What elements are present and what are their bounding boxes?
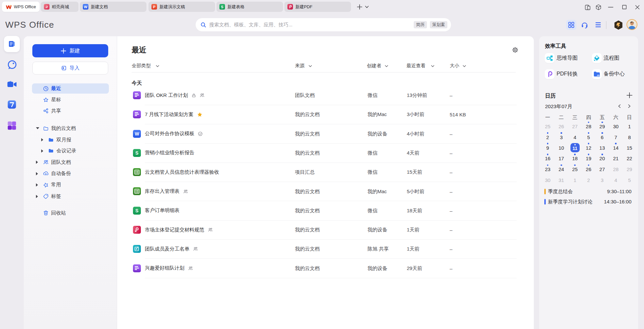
svg-text:S: S: [135, 150, 138, 156]
svg-text:W: W: [135, 131, 139, 136]
svg-text:S: S: [135, 208, 138, 213]
